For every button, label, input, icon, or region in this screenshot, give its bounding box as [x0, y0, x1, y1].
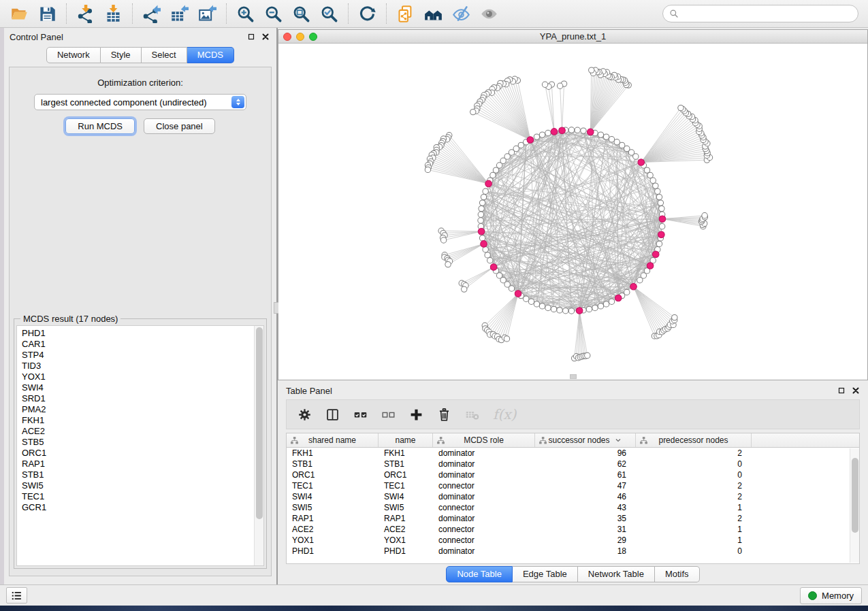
- mcds-result-item[interactable]: RAP1: [22, 459, 254, 469]
- shared-column-icon: [539, 436, 547, 445]
- memory-button[interactable]: Memory: [800, 587, 862, 604]
- list-scrollbar[interactable]: [254, 326, 263, 565]
- network-canvas[interactable]: [278, 44, 867, 380]
- table-row[interactable]: TEC1TEC1connector472: [287, 480, 859, 491]
- import-network-button[interactable]: [71, 2, 99, 25]
- close-panel-icon[interactable]: [261, 33, 270, 41]
- close-panel-button[interactable]: Close panel: [144, 118, 215, 134]
- tab-network-table[interactable]: Network Table: [578, 566, 655, 582]
- zoom-selected-button[interactable]: [315, 2, 343, 25]
- select-stepper-icon: [231, 96, 244, 108]
- zoom-fit-icon: [292, 5, 310, 23]
- mcds-result-item[interactable]: SWI4: [22, 382, 254, 393]
- list-scrollbar-thumb[interactable]: [256, 327, 263, 519]
- minimize-window-icon[interactable]: [296, 33, 304, 41]
- table-row[interactable]: ACE2ACE2connector311: [287, 524, 859, 535]
- cell-shared-name: ORC1: [287, 470, 379, 480]
- column-header-shared-name[interactable]: shared name: [287, 433, 379, 447]
- import-table-button[interactable]: [99, 2, 127, 25]
- function-builder-button: f(x): [493, 406, 516, 423]
- mcds-result-item[interactable]: TEC1: [22, 491, 254, 502]
- float-panel-icon[interactable]: [837, 386, 846, 395]
- maximize-window-icon[interactable]: [309, 33, 317, 41]
- table-scrollbar-thumb[interactable]: [852, 458, 858, 533]
- show-all-button[interactable]: [475, 2, 503, 25]
- column-header-name[interactable]: name: [379, 433, 433, 447]
- deselect-all-rows-button[interactable]: [381, 408, 396, 422]
- mcds-result-list: PHD1CAR1STP4TID3YOX1SWI4SRD1PMA2FKH1ACE2…: [17, 326, 254, 565]
- table-row[interactable]: YOX1YOX1connector291: [287, 535, 859, 546]
- mcds-result-item[interactable]: CAR1: [22, 339, 254, 350]
- save-session-button[interactable]: [33, 2, 61, 25]
- apply-layout-button[interactable]: [353, 2, 381, 25]
- close-panel-icon[interactable]: [852, 386, 860, 395]
- show-panels-button[interactable]: [6, 587, 27, 604]
- zoom-in-button[interactable]: [231, 2, 259, 25]
- delete-rows-button[interactable]: [437, 408, 451, 422]
- open-session-button[interactable]: [5, 2, 33, 25]
- criterion-select[interactable]: largest connected component (undirected): [34, 94, 246, 110]
- tab-node-table[interactable]: Node Table: [446, 566, 513, 582]
- mcds-result-item[interactable]: FKH1: [22, 415, 254, 426]
- close-window-icon[interactable]: [283, 33, 291, 41]
- network-window-titlebar[interactable]: YPA_prune.txt_1: [278, 30, 867, 44]
- export-image-button[interactable]: [193, 2, 221, 25]
- table-row[interactable]: SWI5SWI5connector431: [287, 502, 859, 513]
- mcds-result-item[interactable]: PHD1: [22, 328, 254, 339]
- neighbors-icon: [424, 5, 443, 23]
- mcds-result-item[interactable]: STB1: [22, 469, 254, 480]
- show-columns-button[interactable]: [325, 408, 340, 422]
- hide-selected-button[interactable]: [447, 2, 475, 25]
- mcds-result-item[interactable]: STP4: [22, 350, 254, 361]
- tab-style[interactable]: Style: [101, 47, 142, 63]
- export-table-icon: [170, 5, 189, 23]
- first-neighbors-button[interactable]: [419, 2, 447, 25]
- table-row[interactable]: FKH1FKH1dominator962: [287, 448, 859, 459]
- export-table-button[interactable]: [165, 2, 193, 25]
- mcds-result-item[interactable]: YOX1: [22, 371, 254, 382]
- table-row[interactable]: PHD1PHD1dominator180: [287, 546, 859, 557]
- tab-mcds[interactable]: MCDS: [187, 47, 234, 63]
- column-header-predecessor-nodes[interactable]: predecessor nodes: [636, 433, 752, 447]
- table-row[interactable]: STB1STB1dominator620: [287, 459, 859, 469]
- network-window-title: YPA_prune.txt_1: [278, 31, 867, 42]
- toolbar-separator: [386, 3, 387, 24]
- search-input[interactable]: [682, 8, 852, 20]
- mcds-result-item[interactable]: GCR1: [22, 502, 254, 513]
- run-mcds-button[interactable]: Run MCDS: [65, 118, 135, 134]
- tab-edge-table[interactable]: Edge Table: [513, 566, 578, 582]
- float-panel-icon[interactable]: [247, 33, 255, 41]
- new-network-from-selection-button[interactable]: [391, 2, 419, 25]
- table-row[interactable]: RAP1RAP1dominator352: [287, 513, 859, 524]
- mcds-result-item[interactable]: SWI5: [22, 480, 254, 491]
- create-column-button[interactable]: [409, 408, 423, 422]
- table-settings-button[interactable]: [298, 408, 312, 422]
- window-traffic-lights: [278, 33, 317, 41]
- mcds-result-item[interactable]: ACE2: [22, 426, 254, 437]
- cell-predecessor-nodes: 2: [636, 448, 752, 458]
- column-header-mcds-role[interactable]: MCDS role: [433, 433, 535, 447]
- cell-name: FKH1: [379, 448, 433, 458]
- mcds-result-item[interactable]: STB5: [22, 437, 254, 448]
- tab-motifs[interactable]: Motifs: [655, 566, 700, 582]
- select-all-rows-button[interactable]: [353, 408, 368, 422]
- mcds-result-item[interactable]: ORC1: [22, 448, 254, 459]
- network-graph[interactable]: [278, 44, 867, 380]
- tab-network[interactable]: Network: [46, 47, 101, 63]
- cell-name: STB1: [379, 459, 433, 469]
- show-icon: [480, 5, 498, 23]
- export-network-button[interactable]: [138, 2, 165, 25]
- horizontal-splitter-grip[interactable]: [570, 374, 577, 379]
- column-header-successor-nodes[interactable]: successor nodes: [535, 433, 636, 447]
- table-scrollbar[interactable]: [850, 448, 859, 563]
- mcds-result-item[interactable]: SRD1: [22, 393, 254, 404]
- tab-select[interactable]: Select: [142, 47, 187, 63]
- zoom-out-button[interactable]: [259, 2, 287, 25]
- mcds-result-item[interactable]: TID3: [22, 361, 254, 371]
- table-row[interactable]: SWI4SWI4dominator462: [287, 491, 859, 502]
- search-box[interactable]: [662, 5, 858, 22]
- table-row[interactable]: ORC1ORC1dominator610: [287, 469, 859, 480]
- mcds-result-item[interactable]: PMA2: [22, 404, 254, 415]
- control-panel-header: Control Panel: [4, 28, 276, 46]
- fit-content-button[interactable]: [287, 2, 315, 25]
